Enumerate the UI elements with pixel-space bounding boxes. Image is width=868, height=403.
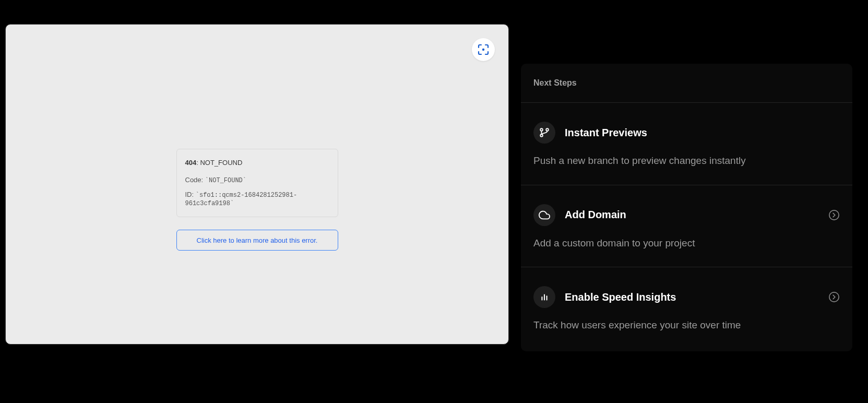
next-steps-sidebar: Next Steps Instant Previews Push a new b…	[521, 64, 852, 351]
step-add-domain[interactable]: Add Domain Add a custom domain to your p…	[521, 185, 852, 268]
error-box: 404: NOT_FOUND Code: `NOT_FOUND` ID: `sf…	[176, 149, 338, 217]
error-id-line: ID: `sfo1::qcms2-1684281252981-961c3cfa9…	[185, 191, 329, 207]
chart-icon	[533, 286, 555, 308]
sidebar-title: Next Steps	[521, 78, 852, 103]
step-title: Add Domain	[565, 209, 819, 221]
preview-panel: 404: NOT_FOUND Code: `NOT_FOUND` ID: `sf…	[5, 24, 509, 345]
error-id-value: `sfo1::qcms2-1684281252981-961c3cfa9198`	[185, 192, 298, 207]
step-header: Add Domain	[533, 204, 840, 226]
step-description: Push a new branch to preview changes ins…	[533, 154, 840, 168]
cloud-icon	[533, 204, 555, 226]
step-description: Track how users experience your site ove…	[533, 318, 840, 333]
branch-icon	[533, 122, 555, 144]
svg-point-8	[829, 292, 839, 302]
svg-point-4	[829, 210, 839, 219]
error-code-label: Code:	[185, 176, 205, 184]
step-header: Instant Previews	[533, 122, 840, 144]
preview-content: 404: NOT_FOUND Code: `NOT_FOUND` ID: `sf…	[9, 30, 505, 339]
error-status: 404: NOT_FOUND	[185, 159, 329, 167]
error-id-label: ID:	[185, 191, 196, 198]
learn-more-box[interactable]: Click here to learn more about this erro…	[176, 230, 338, 251]
scan-button[interactable]	[472, 38, 495, 61]
step-speed-insights[interactable]: Enable Speed Insights Track how users ex…	[521, 267, 852, 337]
step-header: Enable Speed Insights	[533, 286, 840, 308]
arrow-right-icon	[828, 291, 840, 303]
error-code-line: Code: `NOT_FOUND`	[185, 176, 329, 184]
step-title: Enable Speed Insights	[565, 291, 819, 303]
error-code-value: `NOT_FOUND`	[205, 177, 246, 184]
error-code-name: : NOT_FOUND	[196, 159, 242, 167]
step-description: Add a custom domain to your project	[533, 236, 840, 251]
step-instant-previews[interactable]: Instant Previews Push a new branch to pr…	[521, 103, 852, 185]
svg-point-0	[482, 49, 484, 51]
error-code: 404	[185, 159, 197, 167]
arrow-right-icon	[828, 209, 840, 221]
learn-more-link[interactable]: Click here to learn more about this erro…	[197, 236, 318, 244]
scan-icon	[477, 43, 490, 56]
step-title: Instant Previews	[565, 127, 840, 139]
